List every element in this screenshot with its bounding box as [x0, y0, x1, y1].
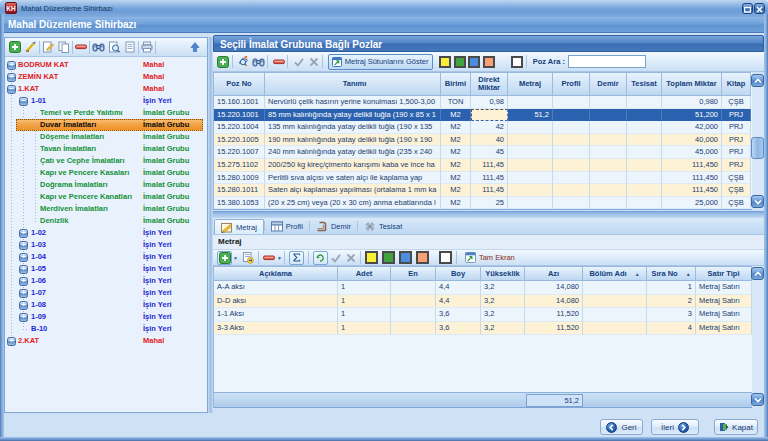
scroll-down-button[interactable]: [751, 195, 764, 208]
table-row[interactable]: 15.220.1004135 mm kalınlığında yatay del…: [214, 121, 751, 134]
tree-expand-icon[interactable]: +: [19, 277, 28, 286]
table-cell[interactable]: [627, 134, 662, 147]
tree-expand-icon[interactable]: +: [19, 253, 28, 262]
dropdown-arrow-icon[interactable]: ▼: [277, 255, 282, 261]
next-button[interactable]: İleri: [651, 419, 699, 435]
table-cell[interactable]: 111,45: [471, 159, 508, 172]
table-cell[interactable]: Nervürlü çelik hasırın yerine konulması …: [265, 96, 441, 109]
table-cell[interactable]: [553, 172, 590, 185]
tree-expand-icon[interactable]: +: [7, 73, 16, 82]
table-cell[interactable]: [590, 146, 627, 159]
print-preview-icon[interactable]: [106, 39, 122, 56]
table-cell[interactable]: 45: [471, 146, 508, 159]
table-cell[interactable]: Metraj Satırı: [696, 281, 752, 295]
column-header-satır-tipi[interactable]: Satır Tipi: [696, 267, 752, 280]
table-cell[interactable]: M2: [441, 184, 471, 197]
table-cell[interactable]: [508, 96, 553, 109]
table-row[interactable]: 3-3 Aksı13,63,211,5204Metraj Satırı: [214, 322, 752, 336]
copy-icon[interactable]: [56, 39, 72, 56]
table-cell[interactable]: M2: [441, 159, 471, 172]
dropdown-arrow-icon[interactable]: ▼: [233, 255, 238, 261]
table-cell[interactable]: 51,2: [508, 109, 553, 122]
table-cell[interactable]: 15.220.1001: [214, 109, 265, 122]
table-row[interactable]: D-D aksı14,43,214,0802Metraj Satırı: [214, 295, 752, 309]
table-cell[interactable]: 1: [338, 322, 391, 336]
column-header-birimi[interactable]: Birimi: [441, 73, 471, 95]
column-header-bölüm-adı[interactable]: Bölüm Adı▲: [583, 267, 647, 280]
table-cell[interactable]: [627, 172, 662, 185]
color-swatch-white[interactable]: [439, 251, 452, 264]
tree-item-2-kat[interactable]: +2.KATMahal: [5, 335, 207, 347]
column-header-açıklama[interactable]: Açıklama: [214, 267, 338, 280]
tree-item-zemi-n-kat[interactable]: +ZEMİN KATMahal: [5, 71, 207, 83]
column-header-demir[interactable]: Demir: [590, 73, 627, 95]
table-cell[interactable]: 3,2: [481, 295, 525, 309]
table-cell[interactable]: 0,980: [662, 96, 722, 109]
remove-icon[interactable]: [73, 39, 89, 56]
tree-item-1-05[interactable]: +1-05İşin Yeri: [5, 263, 207, 275]
table-cell[interactable]: [553, 197, 590, 210]
column-header-adet[interactable]: Adet: [338, 267, 391, 280]
tree-item-1-08[interactable]: +1-08İşin Yeri: [5, 299, 207, 311]
table-cell[interactable]: 11,520: [525, 322, 583, 336]
color-swatch-2[interactable]: [399, 251, 412, 264]
table-cell[interactable]: 45,000: [662, 146, 722, 159]
table-cell[interactable]: M2: [441, 109, 471, 122]
table-cell[interactable]: [583, 308, 647, 322]
table-cell[interactable]: [508, 134, 553, 147]
cancel-icon[interactable]: [307, 53, 320, 70]
table-cell[interactable]: PRJ: [722, 159, 751, 172]
table-cell[interactable]: 42,000: [662, 121, 722, 134]
table-cell[interactable]: Metraj Satırı: [696, 322, 752, 336]
tree-expand-icon[interactable]: +: [7, 337, 16, 346]
tree-item-1-03[interactable]: +1-03İşin Yeri: [5, 239, 207, 251]
table-cell[interactable]: 1: [338, 281, 391, 295]
table-cell[interactable]: 135 mm kalınlığında yatay delikli tuğla …: [265, 121, 441, 134]
color-swatch-2[interactable]: [468, 56, 480, 68]
table-cell[interactable]: [553, 109, 590, 122]
table-cell[interactable]: PRJ: [722, 134, 751, 147]
table-cell[interactable]: M2: [441, 172, 471, 185]
table-cell[interactable]: 3,6: [436, 322, 481, 336]
table-cell[interactable]: [590, 197, 627, 210]
table-row[interactable]: 15.280.1011Saten alçı kaplaması yapılmas…: [214, 184, 751, 197]
fullscreen-button[interactable]: Tam Ekran: [462, 252, 515, 263]
table-cell[interactable]: [590, 134, 627, 147]
tree-collapse-icon[interactable]: −: [19, 97, 28, 106]
binoculars-icon[interactable]: [90, 39, 106, 56]
table-cell[interactable]: ÇŞB: [722, 172, 751, 185]
table-cell[interactable]: [553, 146, 590, 159]
table-cell[interactable]: [627, 96, 662, 109]
table-cell[interactable]: 3,2: [481, 281, 525, 295]
tab-demir[interactable]: Demir: [310, 218, 357, 234]
cut-icon[interactable]: [23, 39, 39, 56]
table-cell[interactable]: 15.160.1001: [214, 96, 265, 109]
table-cell[interactable]: [391, 281, 436, 295]
add-icon[interactable]: [7, 39, 23, 56]
edit-icon[interactable]: [40, 39, 56, 56]
table-cell[interactable]: 4,4: [436, 281, 481, 295]
tab-tesisat[interactable]: Tesisat: [358, 218, 408, 234]
column-header-boy[interactable]: Boy: [436, 267, 481, 280]
table-cell[interactable]: 4: [647, 322, 696, 336]
table-cell[interactable]: 3: [647, 308, 696, 322]
column-header-kitap[interactable]: Kitap: [722, 73, 751, 95]
remove-icon[interactable]: [273, 53, 286, 70]
tree-item-1-09[interactable]: +1-09İşin Yeri: [5, 311, 207, 323]
table-cell[interactable]: 111,45: [471, 184, 508, 197]
table-cell[interactable]: [627, 121, 662, 134]
column-header-tanımı[interactable]: Tanımı: [265, 73, 441, 95]
column-header-direkt-miktar[interactable]: Direkt Miktar: [471, 73, 508, 95]
pozlar-scrollbar[interactable]: [751, 73, 765, 209]
table-cell[interactable]: PRJ: [722, 121, 751, 134]
table-cell[interactable]: Perlitli sıva alçısı ve saten alçı ile k…: [265, 172, 441, 185]
table-cell[interactable]: PRJ: [722, 109, 751, 122]
table-cell[interactable]: 15.380.1053: [214, 197, 265, 210]
column-header-toplam-miktar[interactable]: Toplam Miktar: [662, 73, 722, 95]
column-header-en[interactable]: En: [391, 267, 436, 280]
table-cell[interactable]: [590, 109, 627, 122]
poz-search-input[interactable]: [568, 55, 646, 68]
table-cell[interactable]: 2: [647, 295, 696, 309]
table-cell[interactable]: [508, 121, 553, 134]
table-cell[interactable]: ÇŞB: [722, 96, 751, 109]
